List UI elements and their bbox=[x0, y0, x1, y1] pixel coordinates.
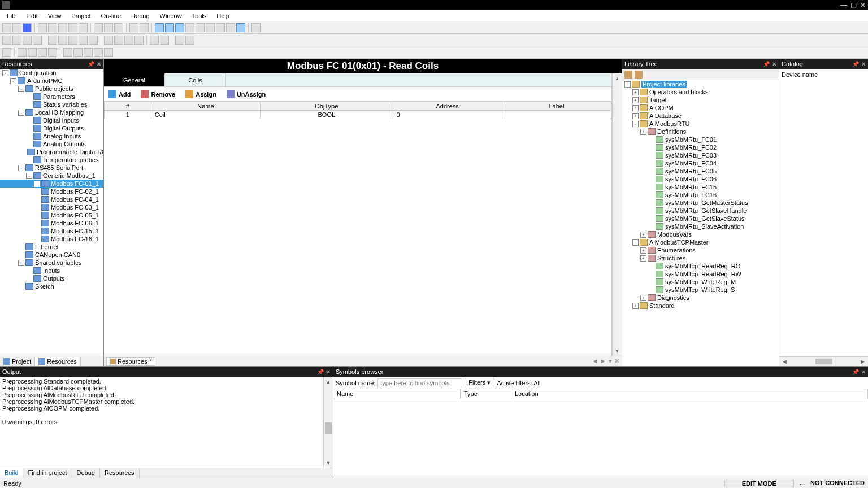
menu-project[interactable]: Project bbox=[67, 11, 95, 20]
close-panel-icon[interactable]: ✕ bbox=[772, 61, 776, 67]
find-next-button[interactable] bbox=[104, 23, 113, 32]
library-item[interactable]: +Definitions bbox=[622, 128, 779, 136]
symbols-grid[interactable] bbox=[333, 399, 868, 478]
lib-view-1[interactable] bbox=[624, 71, 632, 79]
debug-2[interactable] bbox=[58, 36, 67, 45]
menu-online[interactable]: On-line bbox=[97, 11, 125, 20]
pin-icon[interactable]: 📌 bbox=[763, 61, 770, 67]
cut-button[interactable] bbox=[58, 23, 67, 32]
tree-toggle-icon[interactable]: - bbox=[18, 165, 24, 171]
library-item[interactable]: -Project libraries bbox=[622, 80, 779, 88]
resource-item[interactable]: -RS485 SerialPort bbox=[0, 164, 103, 172]
library-item[interactable]: sysMbMRtu_FC02 bbox=[622, 143, 779, 151]
tree-toggle-icon[interactable]: - bbox=[26, 173, 32, 179]
tree-toggle-icon[interactable]: + bbox=[640, 295, 646, 301]
library-item[interactable]: +ModbusVars bbox=[622, 230, 779, 238]
panel-toggle-9[interactable] bbox=[236, 23, 245, 32]
project-tab[interactable]: Project bbox=[0, 357, 35, 366]
library-item[interactable]: -AlModbusRTU bbox=[622, 120, 779, 128]
record-button[interactable] bbox=[175, 36, 184, 45]
pin-icon[interactable]: 📌 bbox=[317, 369, 324, 375]
tree-toggle-icon[interactable]: + bbox=[640, 247, 646, 254]
tree-toggle-icon[interactable]: + bbox=[632, 303, 639, 309]
undo-button[interactable] bbox=[38, 23, 47, 32]
library-tree[interactable]: -Project libraries+Operators and blocks+… bbox=[622, 80, 779, 366]
open-button[interactable] bbox=[12, 23, 21, 32]
library-item[interactable]: +Diagnostics bbox=[622, 294, 779, 302]
watch-3[interactable] bbox=[124, 36, 133, 45]
table-row[interactable]: 1CoilBOOL0 bbox=[105, 111, 611, 119]
watch-4[interactable] bbox=[134, 36, 144, 45]
menu-debug[interactable]: Debug bbox=[127, 11, 154, 20]
tab-resources[interactable]: Resources bbox=[100, 468, 140, 478]
resource-item[interactable]: Digital Outputs bbox=[0, 124, 103, 132]
resource-item[interactable]: CANopen CAN0 bbox=[0, 251, 103, 259]
resource-item[interactable]: Digital Inputs bbox=[0, 116, 103, 124]
assign-button[interactable]: Assign bbox=[185, 90, 216, 98]
library-item[interactable]: +Enumerations bbox=[622, 246, 779, 254]
plc-3[interactable] bbox=[28, 48, 37, 57]
coils-grid[interactable]: # Name ObjType Address Label 1CoilBOOL0 bbox=[104, 102, 611, 119]
tab-find[interactable]: Find in project bbox=[23, 468, 72, 478]
panel-toggle-1[interactable] bbox=[155, 23, 164, 32]
panel-toggle-2[interactable] bbox=[165, 23, 174, 32]
panel-toggle-5[interactable] bbox=[196, 23, 205, 32]
resource-item[interactable]: Ethernet bbox=[0, 243, 103, 251]
resources-tab[interactable]: Resources bbox=[35, 357, 81, 366]
menu-view[interactable]: View bbox=[44, 11, 66, 20]
resource-item[interactable]: Modbus FC-06_1 bbox=[0, 219, 103, 227]
tab-debug[interactable]: Debug bbox=[72, 468, 100, 478]
debug-1[interactable] bbox=[48, 36, 57, 45]
pin-icon[interactable]: 📌 bbox=[852, 61, 859, 67]
save-button[interactable] bbox=[23, 23, 32, 32]
resource-item[interactable]: Modbus FC-05_1 bbox=[0, 211, 103, 219]
plc-7[interactable] bbox=[73, 48, 83, 57]
menu-tools[interactable]: Tools bbox=[188, 11, 211, 20]
library-item[interactable]: sysMbMRtu_FC01 bbox=[622, 136, 779, 143]
menu-file[interactable]: File bbox=[2, 11, 21, 20]
library-item[interactable]: sysMbMTcp_ReadReg_RW bbox=[622, 270, 779, 278]
library-item[interactable]: sysMbMRtu_FC04 bbox=[622, 159, 779, 167]
library-item[interactable]: +Operators and blocks bbox=[622, 88, 779, 96]
tree-toggle-icon[interactable]: - bbox=[18, 110, 24, 116]
tree-toggle-icon[interactable]: + bbox=[632, 89, 639, 95]
menu-help[interactable]: Help bbox=[212, 11, 234, 20]
tree-toggle-icon[interactable]: + bbox=[632, 97, 639, 103]
resource-item[interactable]: Programmable Digital I/O bbox=[0, 148, 103, 156]
tab-coils[interactable]: Coils bbox=[165, 73, 226, 86]
resource-item[interactable]: Sketch bbox=[0, 282, 103, 290]
library-item[interactable]: sysMbMRtu_FC06 bbox=[622, 175, 779, 183]
tree-toggle-icon[interactable]: + bbox=[632, 113, 639, 119]
tree-toggle-icon[interactable]: + bbox=[640, 129, 646, 135]
panel-toggle-3[interactable] bbox=[175, 23, 184, 32]
compile-button[interactable] bbox=[2, 36, 11, 45]
close-doc-icon[interactable]: ✕ bbox=[614, 358, 619, 365]
download-button[interactable] bbox=[23, 36, 32, 45]
library-item[interactable]: sysMbMRtu_FC16 bbox=[622, 191, 779, 199]
resource-item[interactable]: Modbus FC-01_1 bbox=[0, 180, 103, 188]
tab-general[interactable]: General bbox=[104, 73, 165, 86]
print-preview-button[interactable] bbox=[140, 23, 149, 32]
library-item[interactable]: +AlDatabase bbox=[622, 112, 779, 120]
close-panel-icon[interactable]: ✕ bbox=[97, 61, 101, 67]
replace-button[interactable] bbox=[114, 23, 123, 32]
panel-toggle-4[interactable] bbox=[185, 23, 194, 32]
doc-scrollbar[interactable]: ▲▼ bbox=[612, 73, 622, 356]
find-button[interactable] bbox=[94, 23, 103, 32]
debug-5[interactable] bbox=[89, 36, 98, 45]
tree-toggle-icon[interactable]: - bbox=[10, 78, 16, 84]
resource-item[interactable]: -Configuration bbox=[0, 69, 103, 77]
panel-toggle-6[interactable] bbox=[206, 23, 215, 32]
symbol-search-input[interactable] bbox=[377, 378, 462, 387]
compile-all-button[interactable] bbox=[12, 36, 21, 45]
resource-item[interactable]: Parameters bbox=[0, 93, 103, 101]
add-button[interactable]: Add bbox=[108, 90, 131, 98]
tree-toggle-icon[interactable]: - bbox=[18, 86, 24, 92]
resource-item[interactable]: +Shared variables bbox=[0, 259, 103, 267]
panel-toggle-7[interactable] bbox=[216, 23, 225, 32]
filters-button[interactable]: Filters ▾ bbox=[465, 378, 494, 387]
tree-toggle-icon[interactable]: - bbox=[2, 70, 8, 76]
stop-record-button[interactable] bbox=[185, 36, 194, 45]
dropdown-icon[interactable]: ▾ bbox=[609, 358, 612, 365]
tab-build[interactable]: Build bbox=[0, 468, 23, 478]
